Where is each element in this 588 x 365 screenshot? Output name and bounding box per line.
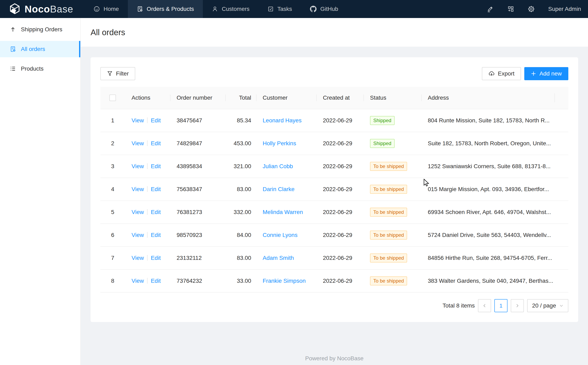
column-header-total: Total [225,95,256,101]
table-row: 7 ViewEdit 23132112 83.00 Adam Smith 202… [100,247,568,270]
total-cell: 83.00 [225,255,256,261]
address-cell: 5724 Daniel Drive, Suite 563, 54403, Wen… [421,232,554,238]
column-header-customer: Customer [256,95,316,101]
sidebar-item-all-orders[interactable]: All orders [0,41,80,57]
settings-gear-icon[interactable] [528,6,535,13]
edit-link[interactable]: Edit [151,140,161,147]
plugin-blocks-icon[interactable] [507,6,514,13]
status-badge: Shipped [370,139,395,148]
edit-link[interactable]: Edit [151,117,161,124]
user-menu[interactable]: Super Admin [548,6,581,12]
address-cell: 804 Runte Mission, Suite 182, 15783, Nor… [421,117,554,124]
customer-link[interactable]: Julian Cobb [263,163,293,169]
top-nav: NocoBase Home [0,0,588,18]
customer-link[interactable]: Connie Lyons [263,232,298,238]
table-row: 1 ViewEdit 38475647 85.34 Leonard Hayes … [100,109,568,132]
view-link[interactable]: View [131,186,144,192]
view-link[interactable]: View [131,209,144,215]
view-link[interactable]: View [131,140,144,147]
nav-item-home[interactable]: Home [85,0,128,18]
pagination-next-button[interactable] [511,299,524,312]
row-index: 3 [107,163,118,170]
nav-item-label: GitHub [320,6,338,12]
powered-by-text: Powered by NocoBase [81,355,588,362]
action-divider [147,140,147,146]
created-at-cell: 2022-06-29 [316,255,363,261]
action-divider [147,186,147,192]
action-divider [147,209,147,215]
created-at-cell: 2022-06-29 [316,163,363,170]
table-row: 8 ViewEdit 73764232 33.00 Frankie Simpso… [100,270,568,293]
customer-link[interactable]: Melinda Warren [263,209,303,215]
highlighter-icon[interactable] [487,6,494,13]
view-link[interactable]: View [131,232,144,238]
nocobase-logo[interactable]: NocoBase [0,0,85,18]
pagination-prev-button[interactable] [478,299,491,312]
select-all-checkbox[interactable] [109,95,116,101]
edit-link[interactable]: Edit [151,255,161,261]
table-row: 6 ViewEdit 98570923 84.00 Connie Lyons 2… [100,224,568,247]
status-badge: Shipped [370,116,395,125]
sidebar-item-products[interactable]: Products [0,61,80,77]
row-index: 1 [107,117,118,124]
nav-item-customers[interactable]: Customers [203,0,258,18]
edit-link[interactable]: Edit [151,186,161,192]
edit-link[interactable]: Edit [151,232,161,238]
table-row: 5 ViewEdit 76381273 332.00 Melinda Warre… [100,201,568,224]
sidebar-item-shipping-orders[interactable]: Shipping Orders [0,21,80,38]
user-icon [212,6,218,12]
column-header-created-at: Created at [316,95,363,101]
order-number-cell: 43895834 [170,163,225,170]
view-link[interactable]: View [131,255,144,261]
chevron-right-icon [515,304,519,308]
customer-link[interactable]: Adam Smith [263,255,294,261]
customer-link[interactable]: Leonard Hayes [263,117,302,124]
content-area: Filter Export [81,47,588,365]
edit-link[interactable]: Edit [151,163,161,169]
edit-link[interactable]: Edit [151,209,161,215]
nav-item-label: Tasks [277,6,292,12]
view-link[interactable]: View [131,163,144,169]
cloud-download-icon [488,70,494,77]
customer-link[interactable]: Holly Perkins [263,140,296,147]
action-divider [147,232,147,238]
orders-table: Actions Order number Total Customer Crea… [100,87,568,293]
total-cell: 33.00 [225,278,256,284]
sidebar-item-label: Shipping Orders [21,26,62,33]
add-new-button[interactable]: Add new [524,67,568,80]
nav-item-orders-products[interactable]: Orders & Products [128,0,203,18]
order-number-cell: 23132112 [170,255,225,261]
customer-link[interactable]: Frankie Simpson [263,278,306,284]
row-index: 7 [107,255,118,261]
pagination-page-1[interactable]: 1 [494,299,508,312]
nav-item-tasks[interactable]: Tasks [259,0,301,18]
column-header-order-number: Order number [170,95,225,101]
address-cell: 015 Margie Mission, Apt. 093, 34936, Ebe… [421,186,554,193]
total-cell: 321.00 [225,163,256,170]
page-size-select[interactable]: 20 / page [527,299,568,312]
brand-name: NocoBase [25,3,73,15]
view-link[interactable]: View [131,278,144,284]
customer-link[interactable]: Darin Clarke [263,186,295,192]
sidebar-item-label: Products [21,65,44,72]
nav-item-label: Orders & Products [147,6,194,12]
arrow-up-icon [10,26,16,33]
export-button[interactable]: Export [482,67,521,80]
app-root: NocoBase Home [0,0,588,365]
check-square-icon [268,6,274,12]
column-header-filler [554,87,568,109]
order-check-icon [10,46,16,52]
status-badge: To be shipped [370,185,407,194]
plus-icon [531,71,536,76]
chevron-left-icon [482,304,486,308]
address-cell: 1252 Swaniawski Corners, Suite 688, 8137… [421,163,554,170]
main-menu: Home Orders & Products [85,0,347,18]
order-number-cell: 74829847 [170,140,225,147]
pagination-total: Total 8 items [443,302,475,309]
filter-button[interactable]: Filter [100,67,135,80]
table-row: 4 ViewEdit 75638347 83.00 Darin Clarke 2… [100,178,568,201]
edit-link[interactable]: Edit [151,278,161,284]
status-badge: To be shipped [370,253,407,262]
nav-item-github[interactable]: GitHub [301,0,347,18]
view-link[interactable]: View [131,117,144,124]
